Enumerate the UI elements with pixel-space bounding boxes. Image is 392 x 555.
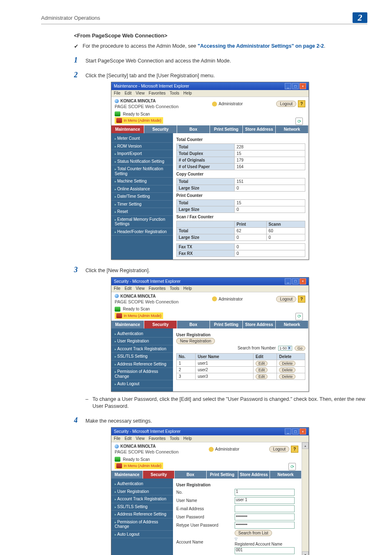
help-icon[interactable]: ?	[298, 100, 305, 107]
ie-menu-view[interactable]: View	[136, 91, 145, 96]
edit-button[interactable]: Edit	[256, 368, 268, 372]
scroll-down-icon[interactable]: ▾	[302, 551, 309, 555]
username-input[interactable]: user 1	[235, 497, 295, 504]
tab-box[interactable]: Box	[175, 471, 206, 479]
sidebar-item[interactable]: Authentication	[111, 480, 173, 488]
tab-network[interactable]: Network	[276, 321, 309, 328]
sidebar-item[interactable]: Timer Setting	[111, 201, 173, 208]
delete-button[interactable]: Delete	[279, 361, 295, 366]
tab-network[interactable]: Network	[270, 471, 302, 479]
registered-account-input[interactable]: 001	[235, 547, 295, 554]
ie-menu-edit[interactable]: Edit	[125, 436, 131, 441]
logout-button[interactable]: Logout	[276, 296, 296, 302]
ie-menu-help[interactable]: Help	[183, 91, 192, 96]
close-icon[interactable]: ×	[300, 428, 306, 435]
sidebar-item[interactable]: Permission of Address Change	[111, 368, 173, 380]
tab-security[interactable]: Security	[144, 321, 177, 328]
tab-maintenance[interactable]: Maintenance	[111, 321, 144, 328]
sidebar-item[interactable]: Reset	[111, 208, 173, 216]
note-link[interactable]: "Accessing the Administrator Settings" o…	[198, 43, 324, 49]
ie-menu-view[interactable]: View	[136, 436, 145, 441]
tab-print-setting[interactable]: Print Setting	[207, 471, 238, 479]
delete-button[interactable]: Delete	[279, 374, 295, 379]
ie-menu-tools[interactable]: Tools	[170, 286, 179, 291]
ie-menu-edit[interactable]: Edit	[125, 286, 131, 291]
refresh-icon[interactable]: ⟳	[295, 118, 303, 125]
ie-menu-edit[interactable]: Edit	[125, 91, 131, 96]
ie-menu-file[interactable]: File	[114, 286, 120, 291]
scrollbar[interactable]: ▴ ▾	[302, 442, 309, 555]
password-input[interactable]: ••••••••	[235, 513, 295, 520]
sidebar-item[interactable]: ROM Version	[111, 143, 173, 150]
email-input[interactable]	[235, 505, 295, 512]
sidebar-item[interactable]: Auto Logout	[111, 531, 173, 539]
tab-box[interactable]: Box	[177, 125, 210, 133]
sidebar-item[interactable]: Import/Export	[111, 150, 173, 158]
tab-print-setting[interactable]: Print Setting	[210, 321, 243, 328]
no-input[interactable]: 1	[235, 489, 295, 496]
refresh-icon[interactable]: ⟳	[288, 463, 296, 470]
close-icon[interactable]: ×	[300, 83, 306, 89]
sidebar-item[interactable]: User Registration	[111, 338, 173, 345]
tab-security[interactable]: Security	[143, 471, 175, 479]
maximize-icon[interactable]: □	[292, 428, 299, 435]
sidebar-item[interactable]: Header/Footer Registration	[111, 228, 173, 236]
help-icon[interactable]: ?	[291, 446, 298, 453]
sidebar-item[interactable]: SSL/TLS Setting	[111, 503, 173, 511]
sidebar-item[interactable]: Total Counter Notification Setting	[111, 165, 173, 178]
ie-menu-favorites[interactable]: Favorites	[149, 436, 166, 441]
tab-box[interactable]: Box	[177, 321, 210, 328]
edit-button[interactable]: Edit	[256, 361, 268, 366]
tab-security[interactable]: Security	[144, 125, 177, 133]
sidebar-item[interactable]: Auto Logout	[111, 380, 173, 388]
tab-store-address[interactable]: Store Address	[243, 321, 276, 328]
minimize-icon[interactable]: _	[285, 278, 291, 284]
sidebar-item[interactable]: Meter Count	[111, 135, 173, 143]
range-select[interactable]: 1-50▾	[278, 346, 292, 351]
sidebar-item[interactable]: Date/Time Setting	[111, 193, 173, 201]
maximize-icon[interactable]: □	[292, 278, 299, 284]
maximize-icon[interactable]: □	[292, 83, 299, 89]
new-registration-button[interactable]: New Registration	[176, 338, 215, 344]
sidebar-item[interactable]: Authentication	[111, 330, 173, 338]
tab-store-address[interactable]: Store Address	[243, 125, 276, 133]
refresh-icon[interactable]: ⟳	[295, 313, 303, 320]
logout-button[interactable]: Logout	[269, 446, 289, 452]
tab-network[interactable]: Network	[276, 125, 309, 133]
sidebar-item[interactable]: SSL/TLS Setting	[111, 353, 173, 361]
ie-menu-file[interactable]: File	[114, 91, 120, 96]
minimize-icon[interactable]: _	[285, 83, 291, 89]
logout-button[interactable]: Logout	[276, 101, 296, 107]
sidebar-item[interactable]: Address Reference Setting	[111, 361, 173, 368]
scroll-up-icon[interactable]: ▴	[302, 442, 309, 449]
ie-menu-favorites[interactable]: Favorites	[149, 91, 166, 96]
edit-button[interactable]: Edit	[256, 374, 268, 379]
ie-menu-file[interactable]: File	[114, 436, 120, 441]
sidebar-item[interactable]: External Memory Function Settings	[111, 216, 173, 228]
search-from-list-button[interactable]: Search from List	[235, 530, 272, 536]
tab-maintenance[interactable]: Maintenance	[111, 125, 144, 133]
sidebar-item[interactable]: Machine Setting	[111, 178, 173, 185]
sidebar-item[interactable]: Permission of Address Change	[111, 518, 173, 531]
sidebar-item[interactable]: Address Reference Setting	[111, 511, 173, 518]
ie-menu-tools[interactable]: Tools	[170, 436, 179, 441]
sidebar-item[interactable]: Account Track Registration	[111, 345, 173, 353]
delete-button[interactable]: Delete	[279, 368, 295, 372]
ie-menu-help[interactable]: Help	[183, 436, 192, 441]
ie-menu-help[interactable]: Help	[183, 286, 192, 291]
sidebar-item[interactable]: User Registration	[111, 488, 173, 496]
sidebar-item[interactable]: Status Notification Setting	[111, 158, 173, 166]
go-button[interactable]: Go	[295, 346, 305, 351]
help-icon[interactable]: ?	[298, 296, 305, 303]
ie-menu-view[interactable]: View	[136, 286, 145, 291]
ie-menu-favorites[interactable]: Favorites	[149, 286, 166, 291]
sidebar-item[interactable]: Online Assistance	[111, 185, 173, 193]
retype-password-input[interactable]: ••••••••	[235, 522, 295, 529]
tab-print-setting[interactable]: Print Setting	[210, 125, 243, 133]
minimize-icon[interactable]: _	[285, 428, 291, 435]
tab-maintenance[interactable]: Maintenance	[111, 471, 143, 479]
sidebar-item[interactable]: Account Track Registration	[111, 495, 173, 503]
ie-menu-tools[interactable]: Tools	[170, 91, 179, 96]
close-icon[interactable]: ×	[300, 278, 306, 284]
tab-store-address[interactable]: Store Address	[238, 471, 270, 479]
